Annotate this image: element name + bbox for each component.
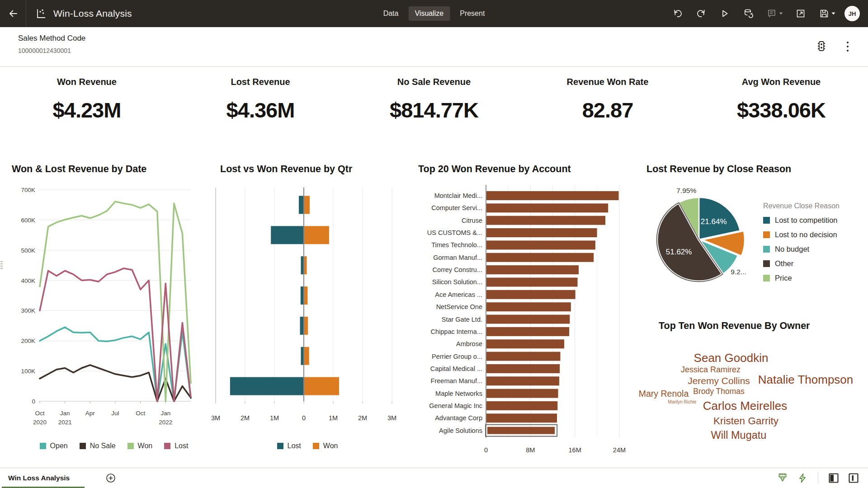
lost-bar[interactable] bbox=[300, 317, 304, 335]
won-bar[interactable] bbox=[304, 317, 308, 335]
bar-Correy Constru...[interactable] bbox=[486, 265, 579, 274]
bar-NetService One[interactable] bbox=[486, 302, 571, 311]
account-label: Capital Medical ... bbox=[430, 365, 482, 372]
won-bar[interactable] bbox=[304, 196, 310, 214]
legend-item[interactable]: Open bbox=[40, 442, 68, 450]
account-label: Ambrose bbox=[456, 340, 482, 347]
won-bar[interactable] bbox=[304, 226, 329, 244]
legend-item[interactable]: Won bbox=[127, 442, 153, 450]
bar-chart-plot[interactable]: Montclair Medi...Computer Servi...Citrus… bbox=[417, 178, 630, 459]
x-axis-label: 0 bbox=[484, 446, 488, 454]
legend-item[interactable]: Lost bbox=[277, 442, 301, 450]
cloud-word-jessica-ramirez[interactable]: Jessica Ramirez bbox=[681, 365, 741, 375]
bar-Perrier Group o...[interactable] bbox=[486, 352, 560, 361]
kpi-lost-revenue[interactable]: Lost Revenue $4.36M bbox=[174, 67, 347, 146]
refresh-data-button[interactable] bbox=[740, 5, 757, 22]
filter-bar-menu-button[interactable] bbox=[840, 39, 855, 54]
save-button[interactable] bbox=[816, 5, 838, 22]
diverging-bar-plot[interactable]: 3M2M1M01M2M3M bbox=[212, 181, 403, 439]
filter-chip-sales-method-code[interactable]: Sales Method Code 100000012430001 bbox=[18, 34, 85, 54]
bar-Times Technolo...[interactable] bbox=[486, 240, 595, 249]
bar-Citruse[interactable] bbox=[486, 216, 605, 225]
kpi-no-sale-revenue[interactable]: No Sale Revenue $814.77K bbox=[347, 67, 521, 146]
won-bar[interactable] bbox=[304, 377, 339, 395]
lost-bar[interactable] bbox=[271, 226, 304, 244]
cloud-word-jeremy-collins[interactable]: Jeremy Collins bbox=[688, 375, 750, 386]
bar-Maple Networks[interactable] bbox=[486, 389, 558, 398]
back-button[interactable] bbox=[0, 0, 26, 27]
canvas-style-button[interactable] bbox=[775, 471, 790, 485]
bar-Freeman Manuf...[interactable] bbox=[486, 376, 559, 385]
bar-US CUSTOMS &...[interactable] bbox=[486, 228, 597, 237]
bar-chart-top20-won-revenue-by-account[interactable]: Top 20 Won Revenue by Account Montclair … bbox=[417, 160, 630, 464]
legend-item[interactable]: Lost to no decision bbox=[763, 230, 840, 239]
won-bar[interactable] bbox=[304, 347, 309, 365]
lost-bar[interactable] bbox=[230, 377, 304, 395]
kpi-label: Won Revenue bbox=[0, 77, 174, 87]
line-series-won[interactable] bbox=[40, 202, 191, 401]
preview-button[interactable] bbox=[716, 5, 733, 22]
cloud-word-carlos-meirelles[interactable]: Carlos Meirelles bbox=[703, 399, 787, 413]
refresh-data-icon bbox=[742, 8, 754, 19]
kpi-won-revenue[interactable]: Won Revenue $4.23M bbox=[0, 67, 174, 146]
bar-Capital Medical ...[interactable] bbox=[486, 364, 560, 373]
bar-Star Gate Ltd.[interactable] bbox=[486, 315, 570, 324]
canvas-tab-win-loss-analysis[interactable]: Win Loss Analysis bbox=[0, 468, 80, 488]
panel-drag-handle[interactable] bbox=[0, 261, 3, 270]
redo-button[interactable] bbox=[693, 5, 710, 22]
won-bar[interactable] bbox=[304, 286, 307, 305]
bar-Silicon Solution...[interactable] bbox=[486, 277, 578, 286]
legend-item[interactable]: Other bbox=[763, 259, 840, 268]
tab-visualize[interactable]: Visualize bbox=[408, 6, 450, 21]
line-chart-won-lost-revenue-by-date[interactable]: Won & Lost Revenue by Date 0100K200K300K… bbox=[9, 160, 201, 464]
bar-Advantage Corp[interactable] bbox=[486, 413, 557, 422]
avatar[interactable]: JH bbox=[844, 6, 860, 21]
x-axis-label: Oct bbox=[136, 410, 145, 417]
legend-item[interactable]: Price bbox=[763, 274, 840, 282]
workbook-title: Win-Loss Analysis bbox=[53, 8, 132, 19]
legend-item[interactable]: No budget bbox=[763, 245, 840, 253]
kpi-value: $814.77K bbox=[347, 98, 521, 122]
cloud-word-natalie-thompson[interactable]: Natalie Thompson bbox=[758, 373, 854, 387]
bar-General Magic Inc[interactable] bbox=[486, 401, 557, 410]
undo-button[interactable] bbox=[669, 5, 686, 22]
account-label: US CUSTOMS &... bbox=[427, 229, 482, 236]
bar-Computer Servi...[interactable] bbox=[486, 203, 608, 212]
cloud-word-kristen-garrity[interactable]: Kristen Garrity bbox=[713, 415, 778, 427]
legend-item[interactable]: Lost to competition bbox=[763, 216, 840, 225]
tab-present[interactable]: Present bbox=[453, 6, 491, 21]
cloud-word-sean-goodkin[interactable]: Sean Goodkin bbox=[694, 351, 769, 365]
wordcloud-top-ten-won-revenue-by-owner[interactable]: Top Ten Won Revenue By Owner Sean Goodki… bbox=[646, 316, 865, 459]
open-window-button[interactable] bbox=[792, 5, 809, 22]
canvas-actions-button[interactable] bbox=[795, 471, 810, 485]
cloud-word-mary-renola[interactable]: Mary Renola bbox=[639, 389, 689, 399]
cloud-word-brody-thomas[interactable]: Brody Thomas bbox=[693, 387, 744, 396]
kpi-revenue-won-rate[interactable]: Revenue Won Rate 82.87 bbox=[521, 67, 694, 146]
bar-Ambrose[interactable] bbox=[486, 339, 564, 348]
bar-Montclair Medi...[interactable] bbox=[486, 191, 619, 200]
add-canvas-button[interactable] bbox=[105, 473, 116, 483]
kpi-avg-won-revenue[interactable]: Avg Won Revenue $338.06K bbox=[694, 67, 868, 146]
legend-label: Won bbox=[138, 442, 153, 450]
diverging-bar-chart-lost-vs-won-by-qtr[interactable]: Lost vs Won Revenue by Qtr 3M2M1M01M2M3M… bbox=[212, 160, 403, 464]
legend-item[interactable]: Lost bbox=[164, 442, 188, 450]
cloud-word-marilyn-richie[interactable]: Marilyn Richie bbox=[668, 399, 697, 404]
bar-Gorman Manuf...[interactable] bbox=[486, 253, 594, 262]
kebab-menu-icon bbox=[846, 41, 849, 52]
tab-data[interactable]: Data bbox=[377, 6, 405, 21]
legend-item[interactable]: Won bbox=[313, 442, 338, 450]
bar-Ace Americas ...[interactable] bbox=[486, 290, 576, 299]
pie-chart-lost-revenue-by-close-reason[interactable]: Lost Revenue by Close Reason 21.64%9.2..… bbox=[646, 160, 865, 313]
line-chart-plot[interactable]: 0100K200K300K400K500K600K700KOct2020Jan2… bbox=[9, 181, 201, 439]
cloud-word-will-mugatu[interactable]: Will Mugatu bbox=[711, 429, 767, 441]
annotations-button[interactable] bbox=[763, 5, 786, 22]
lost-bar[interactable] bbox=[299, 196, 304, 214]
line-series-no-sale[interactable] bbox=[40, 365, 191, 401]
bar-Agile Solutions[interactable] bbox=[487, 427, 555, 434]
lost-bar[interactable] bbox=[301, 286, 304, 305]
bar-Chippac Interna...[interactable] bbox=[486, 327, 569, 336]
legend-item[interactable]: No Sale bbox=[80, 442, 116, 450]
toggle-left-panel-button[interactable] bbox=[826, 471, 841, 485]
toggle-right-panel-button[interactable] bbox=[846, 471, 861, 485]
filter-controls-button[interactable] bbox=[814, 39, 829, 54]
